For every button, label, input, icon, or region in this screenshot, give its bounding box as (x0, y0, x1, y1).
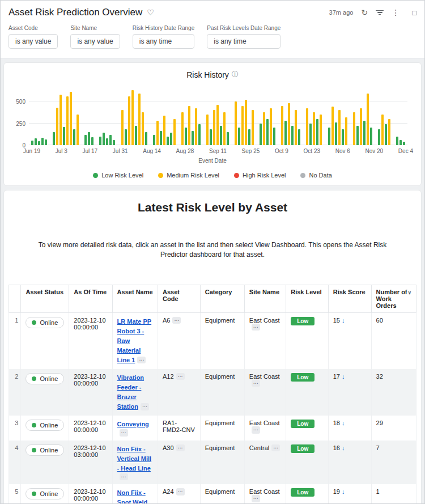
bar (128, 96, 130, 145)
filter-past-risk-range-value[interactable]: is any time (207, 34, 280, 49)
status-badge: Online (26, 373, 64, 384)
status-badge: Online (26, 488, 64, 499)
legend-item[interactable]: High Risk Level (234, 172, 286, 179)
x-tick-label: Aug 28 (176, 148, 194, 154)
bar (106, 138, 108, 145)
header-as-of-time[interactable]: As Of Time (69, 285, 112, 312)
bar (295, 110, 297, 145)
asset-name-link[interactable]: Non Fiix - Vertical Mill - Head Line (117, 446, 152, 472)
cell-menu-icon[interactable]: ⋯ (120, 429, 128, 437)
cell-menu-icon[interactable]: ⋯ (252, 426, 260, 434)
header-asset-name[interactable]: Asset Name (112, 285, 158, 312)
work-orders-cell: 1 (371, 484, 416, 504)
more-vert-icon[interactable]: ⋮ (392, 9, 400, 16)
bar (328, 128, 330, 145)
cell-menu-icon[interactable]: ⋯ (252, 324, 260, 331)
refresh-icon[interactable]: ↻ (361, 9, 368, 16)
asset-name-link[interactable]: LR Mate PP Robot 3 - Raw Material Line 1 (117, 318, 152, 363)
cell-menu-icon[interactable]: ⋯ (141, 403, 149, 410)
section-title: Latest Risk Level by Asset (8, 201, 416, 214)
table-row[interactable]: 2 Online 2023-12-10 00:00:00 Vibration F… (9, 369, 416, 416)
bar (400, 140, 402, 145)
bar (195, 108, 197, 145)
bar (170, 133, 172, 145)
cell-menu-icon[interactable]: ⋯ (176, 488, 185, 495)
favorite-heart-icon[interactable]: ♡ (147, 8, 154, 17)
risk-history-card: Risk History ⓘ 0250500 Jun 19Jul 3Jul 17… (3, 62, 422, 186)
online-dot (32, 448, 36, 452)
cell-menu-icon[interactable]: ⋯ (252, 380, 260, 387)
bar (156, 121, 159, 145)
header-site-name[interactable]: Site Name (244, 285, 286, 312)
filter-label: Asset Code (8, 25, 58, 31)
cell-menu-icon[interactable]: ⋯ (120, 473, 128, 481)
bar (73, 129, 75, 145)
cell-menu-icon[interactable]: ⋯ (176, 444, 185, 452)
bar (385, 124, 387, 145)
cell-menu-icon[interactable]: ⋯ (137, 357, 146, 364)
bar (291, 126, 294, 145)
asset-name-link[interactable]: Non Fiix - Spot Weld Station - Door Line (117, 489, 148, 504)
x-tick-label: Jul 17 (83, 148, 98, 154)
x-tick-label: Oct 23 (304, 148, 320, 154)
bar (60, 95, 62, 145)
cell-menu-icon[interactable]: ⋯ (252, 495, 260, 502)
bar-group (260, 88, 275, 145)
info-icon[interactable]: ⓘ (232, 70, 239, 79)
bar (316, 119, 318, 145)
filter-asset-code-value[interactable]: is any value (8, 34, 58, 49)
site-name-cell: East Coast (249, 488, 280, 495)
legend-item[interactable]: No Data (300, 172, 332, 179)
header-asset-status[interactable]: Asset Status (21, 285, 69, 312)
y-tick-label: 500 (11, 99, 26, 105)
bar (84, 135, 87, 145)
sort-desc-icon: ∨ (407, 290, 411, 295)
trend-down-icon: ↓ (342, 420, 345, 426)
bar (227, 132, 229, 145)
filter-risk-history-range-value[interactable]: is any time (133, 34, 194, 49)
row-number: 4 (9, 441, 21, 485)
last-updated-text: 37m ago (329, 9, 354, 16)
bar-group (378, 88, 390, 145)
bar (70, 92, 72, 145)
header-category[interactable]: Category (200, 285, 244, 312)
header-risk-level[interactable]: Risk Level (286, 285, 329, 312)
table-row[interactable]: 4 Online 2023-12-10 03:00:00 Non Fiix - … (9, 441, 416, 485)
bar (76, 115, 79, 145)
filter-icon[interactable] (376, 10, 384, 15)
table-row[interactable]: 5 Online 2023-12-10 00:00:00 Non Fiix - … (9, 484, 416, 504)
bar-group (353, 88, 372, 145)
bar (173, 119, 176, 145)
bar-group (306, 88, 322, 145)
filter-site-name-value[interactable]: is any value (70, 34, 120, 49)
bar-group (121, 88, 147, 145)
asset-name-link[interactable]: Vibration Feeder - Brazer Station (117, 374, 144, 410)
cell-menu-icon[interactable]: ⋯ (176, 373, 185, 380)
header-risk-score[interactable]: Risk Score (328, 285, 371, 312)
row-number: 2 (9, 369, 21, 416)
work-orders-cell: 60 (371, 312, 416, 369)
bar (31, 141, 33, 145)
table-row[interactable]: 3 Online 2023-12-10 00:00:00 Conveying⋯ … (9, 416, 416, 441)
bar (309, 124, 312, 145)
legend-item[interactable]: Medium Risk Level (158, 172, 219, 179)
x-tick-label: Dec 4 (398, 148, 413, 154)
asset-code-cell: RA1-FMD2-CNV (163, 420, 195, 433)
x-tick-label: Jun 19 (23, 148, 40, 154)
bar (66, 96, 69, 145)
online-dot (32, 376, 36, 381)
bar (113, 140, 115, 145)
cell-menu-icon[interactable]: ⋯ (271, 444, 280, 452)
x-axis-label: Event Date (4, 158, 421, 164)
header-work-orders[interactable]: ∨ Number of Work Orders (371, 285, 416, 312)
cell-menu-icon[interactable]: ⋯ (172, 317, 181, 324)
panel-icon[interactable]: □ (412, 9, 416, 16)
x-axis-ticks: Jun 19Jul 3Jul 17Jul 31Aug 14Aug 28Sep 1… (23, 148, 413, 154)
asset-name-link[interactable]: Conveying (117, 421, 149, 427)
legend-label: Low Risk Level (101, 172, 143, 179)
header-asset-code[interactable]: Asset Code (158, 285, 201, 312)
table-row[interactable]: 1 Online 2023-12-10 00:00:00 LR Mate PP … (9, 312, 416, 369)
legend-item[interactable]: Low Risk Level (93, 172, 143, 179)
bar (306, 108, 308, 145)
row-number: 1 (9, 312, 21, 369)
